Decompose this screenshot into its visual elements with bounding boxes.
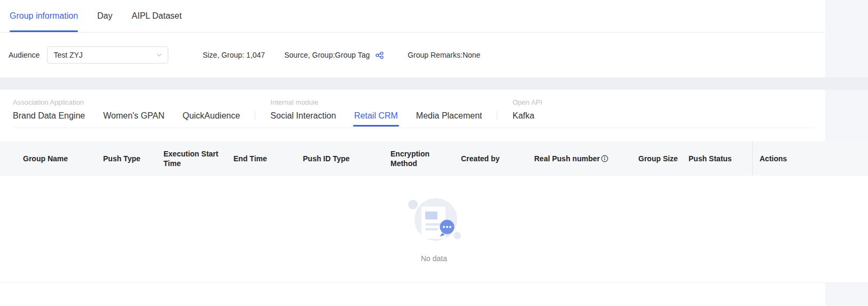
nav-vertical-divider bbox=[497, 111, 497, 120]
col-real-push-number: Real Push number bbox=[534, 154, 638, 163]
share-flow-icon[interactable] bbox=[375, 51, 384, 60]
nav-item-womens-gpan[interactable]: Women's GPAN bbox=[103, 111, 165, 121]
empty-state: No data bbox=[405, 195, 464, 263]
group-size-text: Size, Group: 1,047 bbox=[202, 51, 265, 59]
tab-label: Group information bbox=[10, 11, 78, 21]
nav-item-quickaudience[interactable]: QuickAudience bbox=[183, 111, 240, 121]
group-source-text: Source, Group:Group Tag bbox=[284, 51, 370, 59]
nav-group-caption: Association Application bbox=[13, 98, 240, 106]
tab-aipl-dataset[interactable]: AIPL Dataset bbox=[132, 0, 182, 32]
col-push-id-type: Push ID Type bbox=[303, 154, 390, 163]
chevron-down-icon bbox=[156, 52, 162, 58]
group-remarks-text: Group Remarks:None bbox=[408, 51, 480, 59]
col-label: End Time bbox=[233, 154, 267, 163]
info-circle-icon[interactable] bbox=[601, 155, 608, 162]
col-label: Group Size bbox=[638, 154, 678, 163]
audience-select-value: Test ZYJ bbox=[53, 51, 82, 59]
nav-group-association-application: Association Application Brand Data Engin… bbox=[13, 98, 240, 121]
col-label: Push ID Type bbox=[303, 154, 350, 163]
col-group-size: Group Size bbox=[638, 154, 689, 163]
nav-vertical-divider bbox=[255, 111, 255, 120]
col-group-name: Group Name bbox=[23, 154, 103, 163]
col-label: Created by bbox=[461, 154, 499, 163]
nav-group-open-api: Open API Kafka bbox=[512, 98, 542, 121]
audience-row: Audience Test ZYJ Size, Group: 1,047 Sou… bbox=[0, 33, 825, 77]
nav-item-brand-data-engine[interactable]: Brand Data Engine bbox=[13, 111, 85, 121]
audience-label: Audience bbox=[9, 51, 40, 59]
no-data-illustration bbox=[405, 195, 464, 248]
audience-select[interactable]: Test ZYJ bbox=[47, 46, 168, 64]
col-created-by: Created by bbox=[461, 154, 534, 163]
nav-item-kafka[interactable]: Kafka bbox=[512, 111, 534, 121]
col-actions: Actions bbox=[752, 142, 868, 176]
tab-label: AIPL Dataset bbox=[132, 11, 182, 21]
col-push-type: Push Type bbox=[103, 154, 163, 163]
nav-item-retail-crm[interactable]: Retail CRM bbox=[354, 111, 398, 121]
nav-item-social-interaction[interactable]: Social Interaction bbox=[270, 111, 336, 121]
table-header: Group Name Push Type Execution Start Tim… bbox=[0, 142, 868, 176]
nav-group-caption: Internal module bbox=[270, 98, 482, 106]
col-label: Real Push number bbox=[534, 154, 600, 163]
col-label: Actions bbox=[760, 154, 787, 163]
table-body: No data bbox=[0, 176, 868, 283]
col-push-status: Push Status bbox=[689, 154, 752, 163]
col-label: Push Status bbox=[689, 154, 732, 163]
association-application-nav: Association Application Brand Data Engin… bbox=[0, 90, 825, 142]
nav-group-internal-module: Internal module Social Interaction Retai… bbox=[270, 98, 482, 121]
col-encryption-method: Encryption Method bbox=[390, 149, 461, 168]
col-label: Push Type bbox=[103, 154, 140, 163]
nav-group-caption: Open API bbox=[512, 98, 542, 106]
col-label: Execution Start Time bbox=[163, 149, 222, 168]
no-data-text: No data bbox=[421, 254, 447, 263]
col-label: Group Name bbox=[23, 154, 68, 163]
tab-group-information[interactable]: Group information bbox=[10, 0, 78, 32]
nav-item-media-placement[interactable]: Media Placement bbox=[416, 111, 482, 121]
tab-day[interactable]: Day bbox=[97, 0, 112, 32]
col-execution-start-time: Execution Start Time bbox=[163, 149, 233, 168]
tab-label: Day bbox=[97, 11, 112, 21]
top-tabs-bar: Group information Day AIPL Dataset bbox=[0, 0, 825, 33]
col-end-time: End Time bbox=[233, 154, 303, 163]
section-separator-band bbox=[0, 77, 868, 90]
col-label: Encryption Method bbox=[390, 149, 436, 168]
